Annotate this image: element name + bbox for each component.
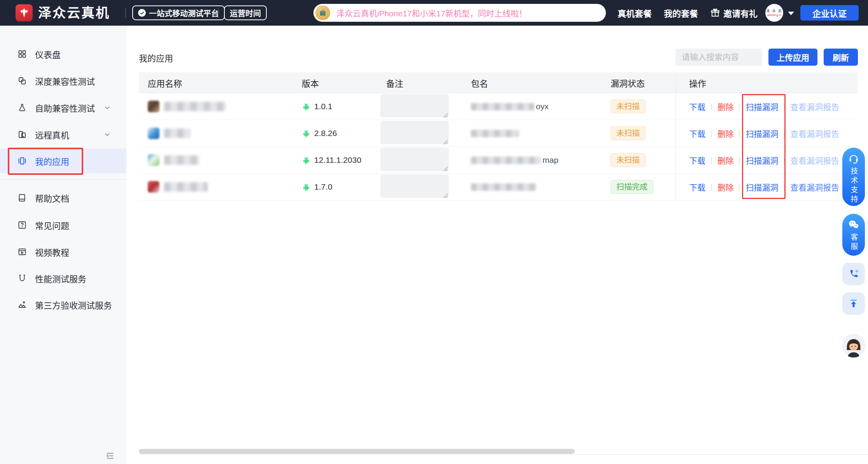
sidebar-item-help-docs[interactable]: 帮助文档 [0, 187, 126, 209]
table-header-row: 应用名称 版本 备注 包名 漏洞状态 操作 [139, 72, 858, 93]
view-report-link[interactable]: 查看漏洞报告 [790, 101, 839, 112]
view-report-link[interactable]: 查看漏洞报告 [790, 154, 839, 166]
download-link[interactable]: 下载 [689, 127, 705, 139]
delete-link[interactable]: 删除 [718, 101, 734, 112]
support-widget[interactable]: 技术支持 [842, 148, 865, 206]
announcement-text: 泽众云真机iPhone17和小米17新机型，同时上线啦！ [336, 7, 527, 19]
nav-item-device-plans[interactable]: 真机套餐 [618, 0, 652, 26]
refresh-button[interactable]: 刷新 [824, 49, 858, 66]
action-separator: | [783, 103, 785, 111]
action-separator: | [739, 183, 741, 191]
android-icon [302, 129, 311, 138]
download-link[interactable]: 下载 [689, 154, 705, 166]
sidebar-item-faq[interactable]: 常见问题 [0, 214, 126, 236]
sidebar-item-performance-test[interactable]: 性能测试服务 [0, 267, 126, 289]
avatar-text-top: 泽 众 云 [766, 9, 782, 13]
sidebar-item-third-party-acceptance[interactable]: 第三方验收测试服务 [0, 294, 126, 316]
action-separator: | [783, 156, 785, 164]
sidebar-item-label: 深度兼容性测试 [35, 75, 95, 87]
delete-link[interactable]: 删除 [718, 127, 734, 139]
wechat-icon [848, 219, 859, 230]
scan-link[interactable]: 扫描漏洞 [746, 101, 778, 112]
sidebar-divider [0, 179, 126, 180]
platform-badge-label: 一站式移动测试平台 [149, 7, 219, 19]
menu-fold-icon [105, 451, 115, 461]
view-report-link[interactable]: 查看漏洞报告 [790, 181, 839, 193]
view-report-link[interactable]: 查看漏洞报告 [790, 127, 839, 139]
package-suffix: oyx [536, 102, 549, 111]
package-suffix: map [542, 155, 558, 165]
back-to-top-button[interactable] [842, 292, 865, 315]
download-link[interactable]: 下载 [689, 181, 705, 193]
android-icon [302, 183, 311, 192]
nav-item-invite[interactable]: 邀请有礼 [710, 0, 758, 26]
nav-my-plans-label: 我的套餐 [664, 7, 698, 19]
sidebar-item-deep-compat-test[interactable]: 深度兼容性测试 [0, 70, 126, 92]
action-separator: | [739, 156, 741, 164]
nav-device-plans-label: 真机套餐 [618, 7, 652, 19]
announcement-bar[interactable]: 泽众云真机iPhone17和小米17新机型，同时上线啦！ [313, 4, 606, 22]
phone-icon [848, 269, 859, 279]
sidebar-item-remote-device[interactable]: 远程真机 [0, 124, 126, 145]
version-text: 12.11.1.2030 [314, 155, 361, 165]
sidebar-item-self-compat-test[interactable]: 自助兼容性测试 [0, 97, 126, 119]
delete-link[interactable]: 删除 [718, 154, 734, 166]
package-name-redacted [471, 130, 519, 137]
package-name-redacted [471, 103, 534, 110]
table-row: 2.8.26 未扫描 下载|删除|扫描漏洞|查看漏洞报告 [139, 120, 858, 147]
magnet-u-icon [17, 273, 27, 283]
sidebar-item-my-apps[interactable]: 我的应用 [0, 150, 126, 172]
page-title: 我的应用 [139, 51, 173, 64]
table-row: 1.0.1 oyx 未扫描 下载|删除|扫描漏洞|查看漏洞报告 [139, 93, 858, 120]
scan-link[interactable]: 扫描漏洞 [746, 127, 778, 139]
notes-textarea[interactable] [380, 174, 449, 198]
main-content: 我的应用 上传应用 刷新 应用名称 版本 备注 包名 漏洞状态 操作 [126, 26, 868, 464]
sidebar-item-dashboard[interactable]: 仪表盘 [0, 43, 126, 65]
sidebar-item-video-tutorials[interactable]: 视频教程 [0, 241, 126, 263]
app-name-redacted [164, 182, 208, 192]
notes-textarea[interactable] [380, 94, 449, 117]
action-separator: | [783, 183, 785, 191]
download-link[interactable]: 下载 [689, 101, 705, 112]
sidebar-item-label: 常见问题 [35, 219, 69, 231]
nav-item-my-plans[interactable]: 我的套餐 [664, 0, 698, 26]
assistant-avatar[interactable] [842, 333, 866, 358]
delete-link[interactable]: 删除 [718, 181, 734, 193]
header-separator [125, 8, 126, 18]
chevron-down-icon [103, 104, 111, 112]
flask-icon [17, 103, 27, 113]
platform-badge: 一站式移动测试平台 [132, 5, 225, 20]
version-text: 2.8.26 [314, 129, 337, 138]
support-label: 技术支持 [850, 167, 858, 204]
android-icon [302, 102, 311, 111]
sidebar-item-label: 仪表盘 [35, 48, 61, 60]
scan-link[interactable]: 扫描漏洞 [746, 181, 778, 193]
sidebar-item-label: 自助兼容性测试 [35, 101, 95, 114]
hscrollbar-thumb[interactable] [139, 449, 575, 454]
dashboard-grid-icon [17, 49, 27, 59]
col-header-notes: 备注 [380, 77, 471, 89]
hours-badge: 运营时间 [224, 5, 267, 20]
nav-invite-label: 邀请有礼 [723, 7, 758, 19]
app-name-redacted [164, 155, 199, 165]
android-icon [302, 156, 311, 165]
user-avatar[interactable]: 泽 众 云 alltesting.cn [765, 4, 783, 22]
status-badge: 未扫描 [611, 153, 646, 167]
sidebar-item-label: 视频教程 [35, 246, 69, 258]
notes-textarea[interactable] [380, 121, 449, 144]
hscrollbar-track [139, 454, 868, 455]
notes-textarea[interactable] [380, 148, 449, 171]
enterprise-cert-button[interactable]: 企业认证 [800, 5, 859, 21]
customer-service-widget[interactable]: 客服 [842, 214, 865, 256]
sidebar: 仪表盘 深度兼容性测试 自助兼容性测试 远程真机 [0, 26, 126, 464]
collapse-sidebar-button[interactable] [104, 450, 116, 462]
chevron-down-icon[interactable] [788, 12, 794, 15]
col-header-package: 包名 [471, 77, 611, 89]
brand-logo-icon [16, 4, 33, 21]
action-separator: | [710, 183, 712, 191]
upload-app-button[interactable]: 上传应用 [768, 49, 817, 66]
scan-link[interactable]: 扫描漏洞 [746, 154, 778, 166]
app-name-redacted [164, 129, 191, 138]
video-icon [17, 247, 27, 257]
phone-contact-button[interactable] [842, 263, 865, 285]
